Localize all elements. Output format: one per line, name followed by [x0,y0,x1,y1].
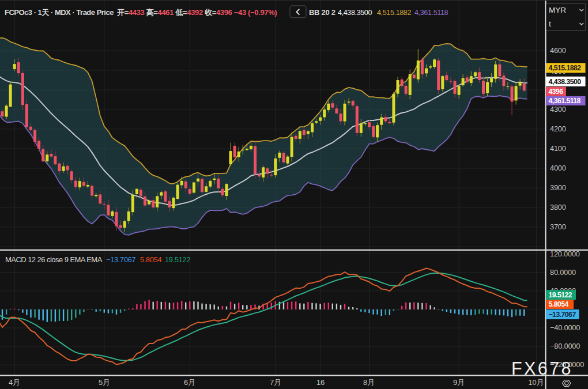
svg-text:10月: 10月 [528,378,544,387]
svg-text:4,515.1882: 4,515.1882 [549,64,582,72]
svg-text:4300: 4300 [550,105,566,114]
svg-text:4,438.3500: 4,438.3500 [549,78,582,86]
svg-text:t: t [549,20,551,28]
svg-text:4100: 4100 [550,144,566,153]
svg-text:BB 20 2: BB 20 2 [309,8,336,17]
svg-text:4200: 4200 [550,124,566,133]
svg-text:4000: 4000 [550,164,566,172]
svg-text:120.0000: 120.0000 [550,250,580,258]
svg-text:7月: 7月 [270,378,281,387]
svg-text:−120.0000: −120.0000 [550,360,584,369]
svg-text:MYR: MYR [549,6,566,14]
svg-text:4600: 4600 [550,46,566,55]
svg-text:3900: 3900 [550,183,566,192]
svg-text:4,361.5118: 4,361.5118 [549,97,581,105]
svg-text:8月: 8月 [363,378,375,387]
svg-text:80.0000: 80.0000 [550,268,576,277]
svg-text:5.8054: 5.8054 [549,300,569,308]
svg-text:6月: 6月 [184,378,195,387]
svg-text:4,361.5118: 4,361.5118 [414,9,448,17]
svg-text:4月: 4月 [9,378,20,387]
svg-text:−80.0000: −80.0000 [550,342,580,350]
svg-text:19.5122: 19.5122 [549,291,572,299]
svg-text:4396: 4396 [549,88,564,96]
svg-text:16: 16 [316,378,325,387]
svg-text:5月: 5月 [99,378,110,387]
svg-text:FCPOc3 · 1天 · MDX · Trade Pric: FCPOc3 · 1天 · MDX · Trade Price [5,8,114,17]
svg-text:−13.7067: −13.7067 [549,311,576,319]
svg-text:5.8054: 5.8054 [140,256,162,264]
svg-text:4,515.1882: 4,515.1882 [377,9,411,17]
svg-text:−13.7067: −13.7067 [106,256,135,264]
svg-text:MACD 12 26 close 9 EMA EMA: MACD 12 26 close 9 EMA EMA [5,255,103,264]
svg-text:19.5122: 19.5122 [165,256,190,264]
svg-text:−40.0000: −40.0000 [550,323,580,332]
svg-text:9月: 9月 [453,378,465,387]
svg-text:3800: 3800 [550,203,566,212]
svg-text:3700: 3700 [550,222,566,231]
svg-text:4,438.3500: 4,438.3500 [338,9,372,17]
svg-text:开=4433 高=4461 低=4392 收=4396 −4: 开=4433 高=4461 低=4392 收=4396 −43 (−0.97%) [116,8,277,17]
